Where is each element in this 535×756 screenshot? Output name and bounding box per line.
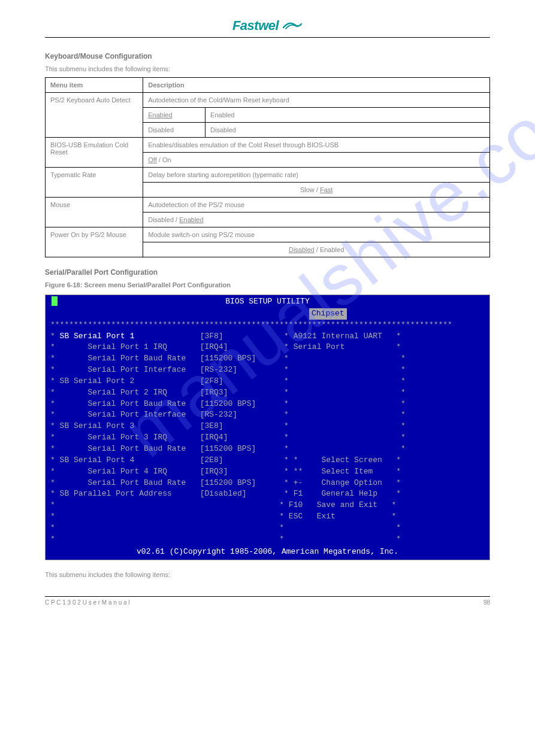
section-title-serial: Serial/Parallel Port Configuration (45, 268, 490, 277)
bios-title-bar: BIOS SETUP UTILITY (46, 295, 489, 308)
cell-item: BIOS-USB Emulation Cold Reset (46, 138, 143, 168)
table-row: Typematic Rate Delay before starting aut… (46, 168, 490, 183)
opt-off: Off (148, 156, 156, 163)
table-row: PS/2 Keyboard Auto Detect Autodetection … (46, 93, 490, 108)
bios-cursor-icon (52, 296, 58, 306)
cell-desc: Module switch-on using PS/2 mouse (143, 227, 490, 242)
options-table: Menu item Description PS/2 Keyboard Auto… (45, 77, 490, 257)
footer-page-number: 98 (483, 599, 490, 606)
brand-logo: Fastwel (232, 18, 303, 34)
cell-desc: Autodetection of the PS/2 mouse (143, 198, 490, 212)
post-bios-text: This submenu includes the following item… (45, 571, 490, 578)
table-header-row: Menu item Description (46, 78, 490, 93)
cell-item: PS/2 Keyboard Auto Detect (46, 93, 143, 138)
cell-opts: Off / On (143, 153, 490, 168)
cell-opts: Slow / Fast (143, 183, 490, 198)
col-description: Description (143, 78, 490, 93)
bios-footer: v02.61 (C)Copyright 1985-2006, American … (46, 545, 489, 560)
bios-screenshot: BIOS SETUP UTILITY Chipset *************… (45, 294, 490, 560)
bios-body: ****************************************… (46, 320, 489, 545)
section-desc: This submenu includes the following item… (45, 65, 490, 72)
figure-caption: Figure 6-18: Screen menu Serial/Parallel… (45, 281, 490, 289)
col-menu-item: Menu item (46, 78, 143, 93)
cell-opt-desc: Disabled (205, 123, 490, 138)
bios-tab-bar: Chipset (46, 308, 489, 320)
brand-name: Fastwel (232, 18, 279, 34)
page-footer: C P C 1 3 0 2 U s e r M a n u a l 98 (45, 596, 490, 606)
footer-left: C P C 1 3 0 2 U s e r M a n u a l (45, 599, 130, 606)
page-header: Fastwel (45, 18, 490, 38)
bios-tab-chipset[interactable]: Chipset (309, 308, 347, 320)
opt-fast: Fast (320, 186, 333, 193)
cell-item: Mouse (46, 198, 143, 227)
bios-title-text: BIOS SETUP UTILITY (225, 297, 309, 306)
table-row: BIOS-USB Emulation Cold Reset Enables/di… (46, 138, 490, 153)
cell-item: Power On by PS/2 Mouse (46, 227, 143, 257)
table-row: Mouse Autodetection of the PS/2 mouse (46, 198, 490, 212)
cell-item: Typematic Rate (46, 168, 143, 198)
cell-desc: Autodetection of the Cold/Warm Reset key… (143, 93, 490, 108)
opt-label: Enabled (148, 111, 172, 119)
cell-opt: Enabled (143, 108, 205, 123)
page: Fastwel Keyboard/Mouse Configuration Thi… (0, 0, 535, 624)
table-row: Power On by PS/2 Mouse Module switch-on … (46, 227, 490, 242)
opt-disabled: Disabled (289, 246, 315, 253)
cell-opt-desc: Enabled (205, 108, 490, 123)
cell-desc: Delay before starting autorepetition (ty… (143, 168, 490, 183)
opt-enabled: Enabled (179, 216, 203, 223)
cell-desc: Enables/disables emulation of the Cold R… (143, 138, 490, 153)
cell-opts: Disabled / Enabled (143, 242, 490, 257)
section-title-keyboard: Keyboard/Mouse Configuration (45, 52, 490, 60)
cell-opt: Disabled (143, 123, 205, 138)
cell-opts: Disabled / Enabled (143, 212, 490, 227)
bios-screen: BIOS SETUP UTILITY Chipset *************… (46, 295, 489, 560)
logo-swoosh-icon (282, 19, 303, 33)
